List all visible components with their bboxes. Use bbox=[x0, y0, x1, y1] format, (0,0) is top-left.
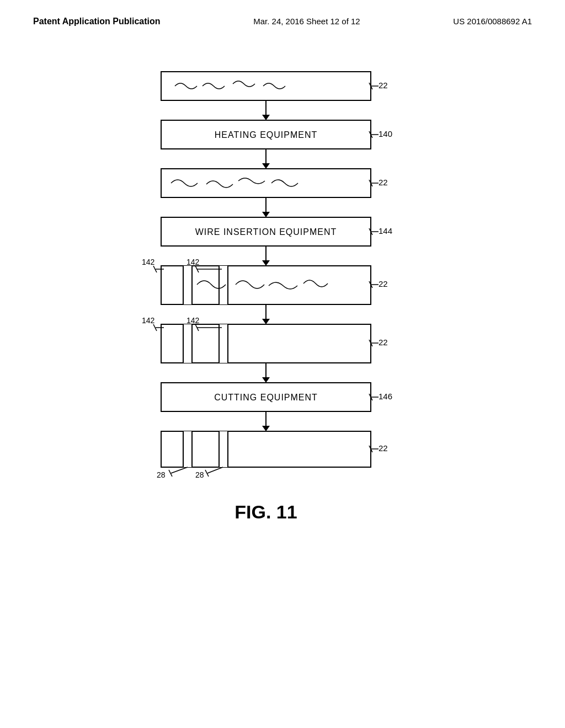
arrow-3-head bbox=[262, 212, 270, 217]
ref-142-1b: 142 bbox=[186, 258, 200, 266]
ref-22-1: 22 bbox=[379, 81, 388, 90]
arrow-1-head bbox=[262, 115, 270, 120]
wire-bg-3 bbox=[183, 324, 192, 363]
wire-insertion-label: WIRE INSERTION EQUIPMENT bbox=[195, 227, 337, 237]
ref-line-28-2 bbox=[207, 467, 223, 473]
ref-144: 144 bbox=[379, 226, 392, 235]
ref-line-28-1 bbox=[171, 467, 188, 473]
wire-bg-4 bbox=[219, 324, 228, 363]
ref-146: 146 bbox=[379, 392, 392, 401]
arrow-6-head bbox=[262, 377, 270, 383]
publication-label: Patent Application Publication bbox=[33, 17, 161, 26]
ref-22-5: 22 bbox=[379, 443, 388, 453]
wire-bg-5 bbox=[183, 431, 192, 467]
arrow-2-head bbox=[262, 163, 270, 169]
arrow-4-head bbox=[262, 260, 270, 266]
flow-diagram: 22 HEATING EQUIPMENT 140 bbox=[89, 66, 476, 689]
diagram-area: 22 HEATING EQUIPMENT 140 bbox=[0, 66, 565, 695]
page: Patent Application Publication Mar. 24, … bbox=[0, 0, 565, 728]
ref-28-1: 28 bbox=[157, 470, 166, 479]
ref-140: 140 bbox=[379, 129, 392, 138]
wire-bg-2 bbox=[219, 266, 228, 304]
cutting-label: CUTTING EQUIPMENT bbox=[214, 393, 318, 402]
arrow-7-head bbox=[262, 426, 270, 431]
ref-22-4: 22 bbox=[379, 338, 388, 347]
ref-22-2: 22 bbox=[379, 178, 388, 187]
wire-bg-6 bbox=[219, 431, 228, 467]
wire-bg-1 bbox=[183, 266, 192, 304]
heating-label: HEATING EQUIPMENT bbox=[215, 130, 318, 140]
ref-142-1a: 142 bbox=[142, 258, 155, 266]
figure-label: FIG. 11 bbox=[234, 501, 297, 522]
date-sheet-label: Mar. 24, 2016 Sheet 12 of 12 bbox=[253, 17, 360, 26]
strip-2 bbox=[161, 169, 371, 197]
patent-number-label: US 2016/0088692 A1 bbox=[453, 17, 532, 26]
ref-22-3: 22 bbox=[379, 279, 388, 288]
header: Patent Application Publication Mar. 24, … bbox=[0, 0, 565, 26]
strip-1 bbox=[161, 72, 371, 100]
ref-142-2a: 142 bbox=[142, 316, 155, 325]
ref-28-2: 28 bbox=[195, 470, 204, 479]
ref-142-2b: 142 bbox=[186, 316, 200, 325]
arrow-5-head bbox=[262, 319, 270, 324]
